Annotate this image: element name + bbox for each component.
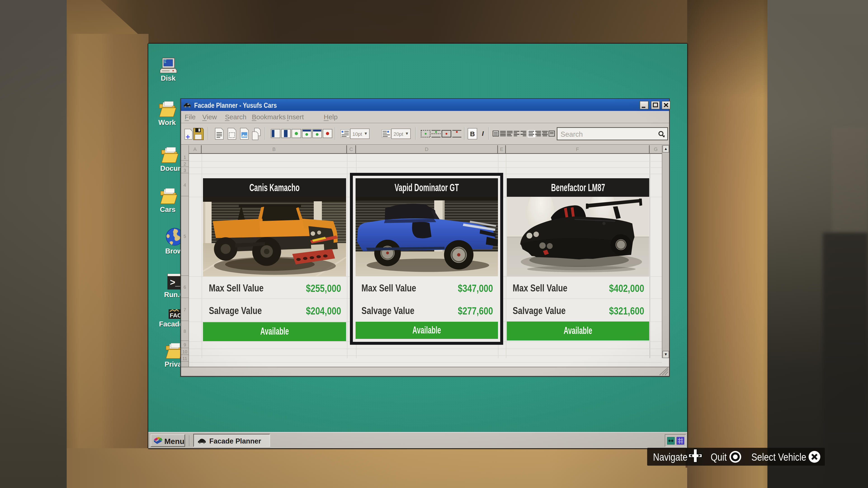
svg-text:+: + xyxy=(186,132,190,141)
svg-text:>_: >_ xyxy=(170,277,180,287)
svg-text:FAC: FAC xyxy=(170,312,182,319)
